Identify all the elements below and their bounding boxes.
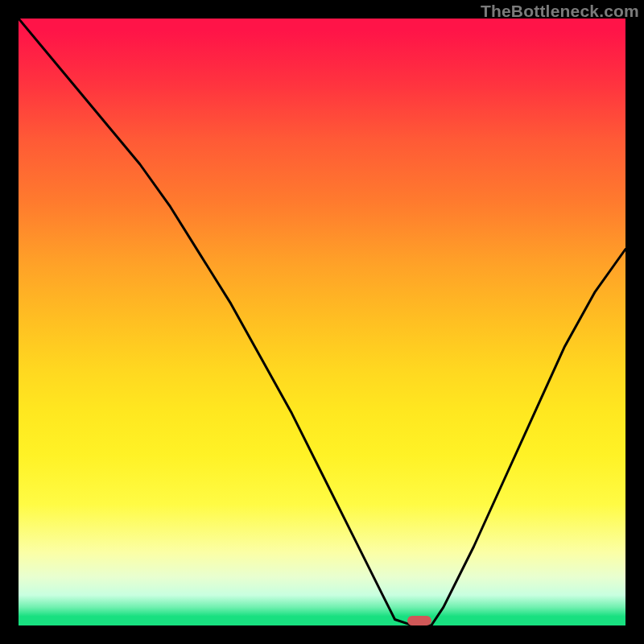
optimum-marker	[407, 616, 431, 625]
curve-path	[19, 19, 625, 625]
chart-frame: TheBottleneck.com	[0, 0, 644, 644]
plot-area	[19, 19, 625, 625]
watermark-text: TheBottleneck.com	[481, 2, 639, 21]
bottleneck-curve	[19, 19, 625, 625]
